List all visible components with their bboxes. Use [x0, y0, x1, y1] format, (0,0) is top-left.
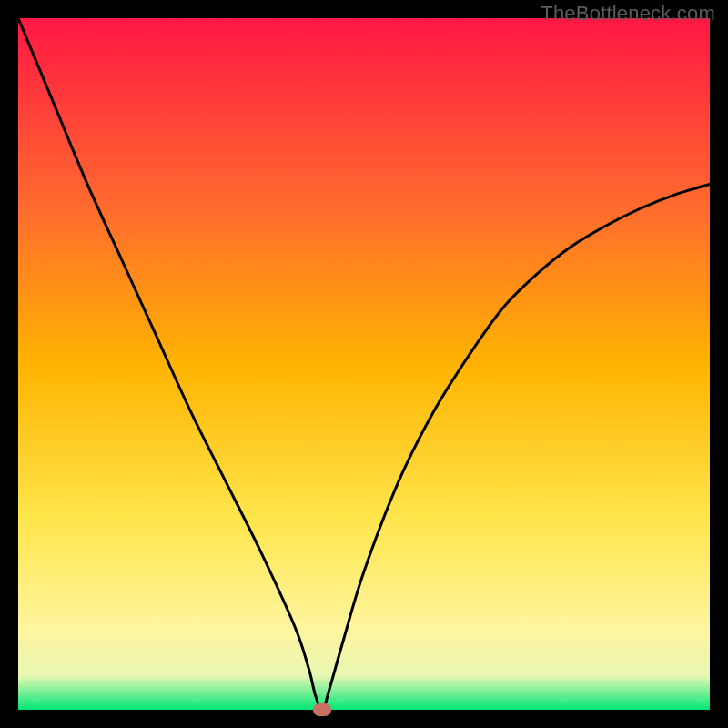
- bottleneck-curve: [18, 18, 710, 710]
- curve-layer: [18, 18, 710, 710]
- chart-container: TheBottleneck.com: [0, 0, 728, 728]
- watermark-label: TheBottleneck.com: [541, 2, 715, 25]
- optimal-marker: [313, 703, 331, 716]
- plot-area: [18, 18, 710, 710]
